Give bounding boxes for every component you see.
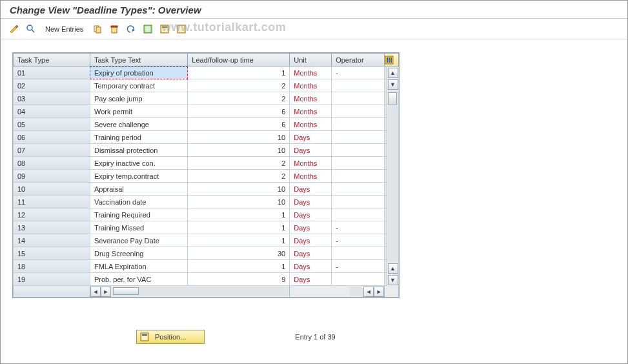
cell-unit[interactable]: Months — [290, 170, 332, 183]
cell-unit[interactable]: Days — [290, 247, 332, 260]
vscroll-track[interactable] — [388, 91, 398, 262]
cell-task-type-text[interactable]: Expiry of probation — [90, 66, 187, 79]
cell-task-type[interactable]: 06 — [14, 131, 90, 144]
cell-task-type[interactable]: 09 — [14, 170, 90, 183]
cell-lead-time[interactable]: 10 — [188, 131, 290, 144]
cell-task-type-text[interactable]: Prob. per. for VAC — [90, 273, 187, 286]
cell-task-type[interactable]: 15 — [14, 247, 90, 260]
cell-task-type-text[interactable]: Appraisal — [90, 183, 187, 196]
cell-operator[interactable] — [332, 208, 385, 221]
cell-operator[interactable] — [332, 105, 385, 118]
vscroll[interactable]: ▲ ▼ ▲ ▼ — [387, 67, 398, 286]
cell-operator[interactable] — [332, 92, 385, 105]
cell-task-type[interactable]: 08 — [14, 157, 90, 170]
scroll-left-icon[interactable]: ◄ — [90, 287, 101, 297]
cell-unit[interactable]: Days — [290, 234, 332, 247]
cell-operator[interactable] — [332, 183, 385, 196]
cell-task-type[interactable]: 01 — [14, 66, 90, 79]
new-entries-button[interactable]: New Entries — [41, 22, 88, 36]
position-button[interactable]: Position... — [136, 330, 205, 344]
table-row[interactable]: 07Dismissal protection10Days — [14, 144, 399, 157]
table-row[interactable]: 08Expiry inactive con.2Months — [14, 157, 399, 170]
cell-lead-time[interactable]: 6 — [188, 105, 290, 118]
cell-task-type[interactable]: 02 — [14, 79, 90, 92]
cell-operator[interactable] — [332, 157, 385, 170]
table-row[interactable]: 03Pay scale jump2Months — [14, 92, 399, 105]
cell-unit[interactable]: Months — [290, 66, 332, 79]
cell-task-type-text[interactable]: Training Required — [90, 208, 187, 221]
cell-task-type-text[interactable]: Work permit — [90, 105, 187, 118]
hscroll-thumb-left[interactable] — [113, 287, 139, 295]
cell-task-type[interactable]: 14 — [14, 234, 90, 247]
cell-unit[interactable]: Months — [290, 118, 332, 131]
col-header-task-type-text[interactable]: Task Type Text — [90, 54, 187, 66]
table-row[interactable]: 05Severe challenge6Months — [14, 118, 399, 131]
cell-lead-time[interactable]: 1 — [188, 208, 290, 221]
cell-task-type[interactable]: 04 — [14, 105, 90, 118]
scroll-up-icon[interactable]: ▲ — [388, 68, 398, 78]
cell-lead-time[interactable]: 30 — [188, 247, 290, 260]
cell-task-type-text[interactable]: Severe challenge — [90, 118, 187, 131]
cell-operator[interactable] — [332, 196, 385, 208]
cell-lead-time[interactable]: 2 — [188, 79, 290, 92]
copy-icon[interactable] — [90, 22, 105, 36]
cell-operator[interactable]: - — [332, 260, 385, 273]
select-all-icon[interactable] — [141, 22, 155, 36]
cell-task-type-text[interactable]: Vaccination date — [90, 196, 187, 208]
cell-task-type-text[interactable]: Expiry inactive con. — [90, 157, 187, 170]
table-row[interactable]: 01Expiry of probation1Months- — [14, 66, 399, 79]
toggle-change-icon[interactable] — [7, 22, 21, 36]
col-header-lead-time[interactable]: Lead/follow-up time — [188, 54, 290, 66]
cell-lead-time[interactable]: 2 — [188, 170, 290, 183]
cell-lead-time[interactable]: 10 — [188, 144, 290, 157]
cell-unit[interactable]: Days — [290, 196, 332, 208]
cell-lead-time[interactable]: 1 — [188, 66, 290, 79]
cell-task-type[interactable]: 03 — [14, 92, 90, 105]
table-row[interactable]: 14Severance Pay Date1Days- — [14, 234, 399, 247]
cell-unit[interactable]: Months — [290, 79, 332, 92]
col-header-operator[interactable]: Operator — [332, 54, 385, 66]
cell-unit[interactable]: Months — [290, 157, 332, 170]
cell-unit[interactable]: Days — [290, 260, 332, 273]
cell-lead-time[interactable]: 2 — [188, 157, 290, 170]
deselect-all-icon[interactable] — [174, 22, 188, 36]
cell-unit[interactable]: Days — [290, 144, 332, 157]
cell-task-type[interactable]: 07 — [14, 144, 90, 157]
cell-unit[interactable]: Days — [290, 131, 332, 144]
col-header-task-type[interactable]: Task Type — [14, 54, 90, 66]
page-down-icon[interactable]: ▼ — [388, 275, 398, 285]
cell-task-type-text[interactable]: FMLA Expiration — [90, 260, 187, 273]
table-row[interactable]: 19Prob. per. for VAC9Days — [14, 273, 399, 286]
cell-task-type[interactable]: 18 — [14, 260, 90, 273]
cell-lead-time[interactable]: 2 — [188, 92, 290, 105]
cell-task-type-text[interactable]: Drug Screening — [90, 247, 187, 260]
cell-operator[interactable]: - — [332, 66, 385, 79]
page-up-icon[interactable]: ▲ — [388, 263, 398, 274]
cell-unit[interactable]: Days — [290, 183, 332, 196]
table-row[interactable]: 15Drug Screening30Days — [14, 247, 399, 260]
scroll-left2-icon[interactable]: ◄ — [363, 287, 374, 297]
hscroll-track-right[interactable] — [350, 287, 363, 296]
scroll-down-icon[interactable]: ▼ — [388, 79, 398, 90]
cell-task-type-text[interactable]: Temporary contract — [90, 79, 187, 92]
hscroll-track-left[interactable] — [112, 287, 289, 296]
cell-task-type[interactable]: 13 — [14, 221, 90, 234]
configure-columns-icon[interactable] — [385, 54, 399, 66]
cell-operator[interactable]: - — [332, 221, 385, 234]
cell-task-type-text[interactable]: Dismissal protection — [90, 144, 187, 157]
cell-operator[interactable] — [332, 144, 385, 157]
delete-icon[interactable] — [107, 22, 121, 36]
col-header-unit[interactable]: Unit — [290, 54, 332, 66]
cell-task-type[interactable]: 19 — [14, 273, 90, 286]
cell-task-type-text[interactable]: Training Missed — [90, 221, 187, 234]
vscroll-thumb[interactable] — [388, 92, 397, 105]
table-row[interactable]: 13Training Missed1Days- — [14, 221, 399, 234]
cell-unit[interactable]: Days — [290, 221, 332, 234]
cell-operator[interactable] — [332, 170, 385, 183]
cell-task-type-text[interactable]: Pay scale jump — [90, 92, 187, 105]
cell-lead-time[interactable]: 10 — [188, 196, 290, 208]
table-row[interactable]: 12Training Required1Days — [14, 208, 399, 221]
scroll-right-icon[interactable]: ► — [101, 287, 111, 297]
cell-lead-time[interactable]: 1 — [188, 234, 290, 247]
hscroll-right[interactable]: ◄ ► — [290, 287, 384, 297]
